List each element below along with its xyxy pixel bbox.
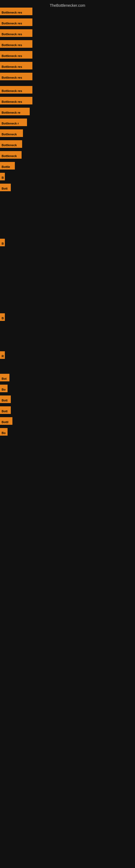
bottleneck-item-17[interactable]: Bott — [0, 184, 11, 191]
bottleneck-item-19[interactable]: B — [0, 313, 5, 321]
bottleneck-item-10[interactable]: Bottleneck re — [0, 108, 30, 115]
bottleneck-item-4[interactable]: Bottleneck res — [0, 40, 32, 48]
bottleneck-item-26[interactable]: Bo — [0, 428, 8, 436]
bottleneck-item-25[interactable]: Bottl — [0, 417, 12, 425]
bottleneck-item-12[interactable]: Bottleneck — [0, 129, 23, 137]
bottleneck-item-14[interactable]: Bottleneck — [0, 151, 21, 159]
bottleneck-item-11[interactable]: Bottleneck r — [0, 119, 27, 126]
bottleneck-item-6[interactable]: Bottleneck res — [0, 62, 32, 69]
bottleneck-item-2[interactable]: Bottleneck res — [0, 19, 32, 26]
bottleneck-item-15[interactable]: Bottle — [0, 162, 15, 169]
bottleneck-item-9[interactable]: Bottleneck res — [0, 97, 32, 104]
bottleneck-item-16[interactable]: B — [0, 173, 5, 180]
bottleneck-item-20[interactable]: R — [0, 351, 5, 359]
bottleneck-item-3[interactable]: Bottleneck res — [0, 29, 32, 37]
bottleneck-item-24[interactable]: Bott — [0, 406, 11, 414]
bottleneck-item-23[interactable]: Bott — [0, 396, 11, 403]
bottleneck-item-13[interactable]: Bottleneck — [0, 140, 22, 148]
bottleneck-item-5[interactable]: Bottleneck res — [0, 51, 32, 59]
bottleneck-item-22[interactable]: Bo — [0, 384, 8, 392]
bottleneck-item-18[interactable]: B — [0, 239, 5, 246]
bottleneck-item-8[interactable]: Bottleneck res — [0, 86, 32, 94]
bottleneck-item-21[interactable]: Bot — [0, 374, 9, 381]
bottleneck-item-1[interactable]: Bottleneck res — [0, 8, 32, 15]
bottleneck-item-7[interactable]: Bottleneck res — [0, 73, 32, 80]
